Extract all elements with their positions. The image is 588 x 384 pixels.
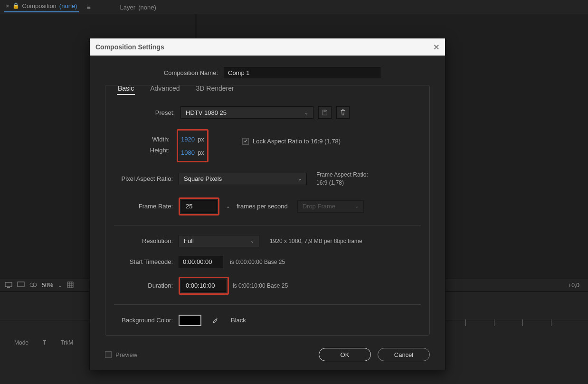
- bgcolor-label: Background Color:: [114, 317, 179, 324]
- svg-rect-1: [7, 287, 10, 288]
- preview-checkbox[interactable]: ✓: [105, 351, 112, 358]
- svg-rect-2: [18, 282, 24, 287]
- chevron-down-icon: ⌄: [355, 204, 359, 209]
- framerate-label: Frame Rate:: [114, 203, 179, 210]
- grid-icon[interactable]: [66, 281, 74, 290]
- duration-input[interactable]: 0:00:10:00: [181, 280, 226, 292]
- width-input[interactable]: 1920: [181, 136, 195, 143]
- comp-name-input[interactable]: [224, 67, 380, 78]
- lock-aspect-checkbox[interactable]: ✓: [242, 138, 249, 145]
- resolution-info: 1920 x 1080, 7,9 MB per 8bpc frame: [270, 238, 362, 244]
- start-timecode-label: Start Timecode:: [114, 258, 179, 265]
- duration-label: Duration:: [114, 282, 179, 289]
- tab-advanced[interactable]: Advanced: [149, 83, 180, 95]
- comp-name-label: Composition Name:: [105, 69, 224, 76]
- composition-settings-dialog: Composition Settings ✕ Composition Name:…: [89, 38, 446, 370]
- bgcolor-name: Black: [231, 317, 246, 324]
- height-unit: px: [198, 149, 204, 156]
- svg-point-4: [33, 283, 37, 287]
- col-mode[interactable]: Mode: [14, 339, 28, 346]
- start-timecode-info: is 0:00:00:00 Base 25: [230, 259, 285, 265]
- panel-menu-icon[interactable]: ≡: [86, 3, 90, 11]
- dropframe-dropdown: Drop Frame ⌄: [297, 200, 364, 213]
- col-t[interactable]: T: [43, 339, 46, 346]
- preview-label: Preview: [115, 351, 137, 358]
- svg-rect-0: [5, 282, 12, 287]
- save-preset-button[interactable]: [318, 106, 332, 119]
- resolution-label: Resolution:: [114, 237, 179, 244]
- dialog-title: Composition Settings: [95, 43, 164, 51]
- lock-aspect-label: Lock Aspect Ratio to 16:9 (1,78): [253, 138, 341, 145]
- eyedropper-button[interactable]: [208, 314, 221, 327]
- panel-tab-bar: × 🔒 Composition (none) ≡ Layer (none): [0, 0, 588, 14]
- layer-none: (none): [138, 4, 156, 11]
- cancel-button[interactable]: Cancel: [378, 348, 430, 361]
- frame-aspect-text: Frame Aspect Ratio: 16:9 (1,78): [316, 171, 368, 187]
- delete-preset-button[interactable]: [336, 106, 350, 119]
- display-icon[interactable]: [17, 281, 25, 290]
- mask-icon[interactable]: [29, 281, 37, 290]
- zoom-level[interactable]: 50%: [42, 282, 53, 289]
- chevron-down-icon: ⌄: [244, 238, 254, 244]
- preset-value: HDTV 1080 25: [186, 109, 227, 116]
- par-dropdown[interactable]: Square Pixels ⌄: [179, 173, 307, 185]
- duration-info: is 0:00:10:00 Base 25: [233, 282, 288, 289]
- svg-rect-5: [323, 111, 325, 112]
- chevron-down-icon: ⌄: [291, 176, 302, 181]
- par-label: Pixel Aspect Ratio:: [114, 175, 179, 182]
- lock-icon[interactable]: 🔒: [12, 2, 19, 9]
- close-icon[interactable]: ✕: [433, 43, 439, 52]
- preset-label: Preset:: [114, 109, 180, 116]
- tab-basic[interactable]: Basic: [117, 83, 135, 95]
- composition-panel-tab[interactable]: × 🔒 Composition (none): [4, 2, 79, 12]
- col-trkmat[interactable]: TrkM: [60, 339, 73, 346]
- resolution-value: Full: [184, 237, 194, 244]
- width-label: Width:: [114, 136, 175, 143]
- height-label: Height:: [114, 147, 175, 154]
- ok-button[interactable]: OK: [319, 348, 371, 361]
- par-value: Square Pixels: [184, 175, 222, 182]
- screen-icon[interactable]: [5, 281, 12, 290]
- dialog-titlebar[interactable]: Composition Settings ✕: [90, 38, 445, 56]
- close-icon[interactable]: ×: [6, 2, 9, 9]
- exposure-value[interactable]: +0,0: [568, 282, 583, 289]
- layer-panel-tab[interactable]: Layer (none): [118, 4, 158, 11]
- tab-3d-renderer[interactable]: 3D Renderer: [195, 83, 235, 95]
- framerate-input[interactable]: 25: [181, 200, 217, 213]
- chevron-down-icon: ⌄: [298, 110, 308, 115]
- preset-dropdown[interactable]: HDTV 1080 25 ⌄: [180, 106, 313, 119]
- composition-none: (none): [59, 2, 77, 9]
- timeline-column-headers: Mode T TrkM: [14, 339, 73, 346]
- resolution-dropdown[interactable]: Full ⌄: [179, 235, 259, 247]
- composition-panel-label: Composition: [22, 2, 57, 9]
- layer-panel-label: Layer: [120, 4, 136, 11]
- height-input[interactable]: 1080: [181, 149, 195, 156]
- chevron-down-icon[interactable]: ⌄: [226, 204, 230, 209]
- width-unit: px: [198, 136, 204, 143]
- start-timecode-input[interactable]: 0:00:00:00: [179, 256, 223, 268]
- framerate-unit: frames per second: [237, 203, 288, 210]
- zoom-caret-icon[interactable]: ⌄: [58, 283, 62, 288]
- bgcolor-swatch[interactable]: [179, 315, 201, 326]
